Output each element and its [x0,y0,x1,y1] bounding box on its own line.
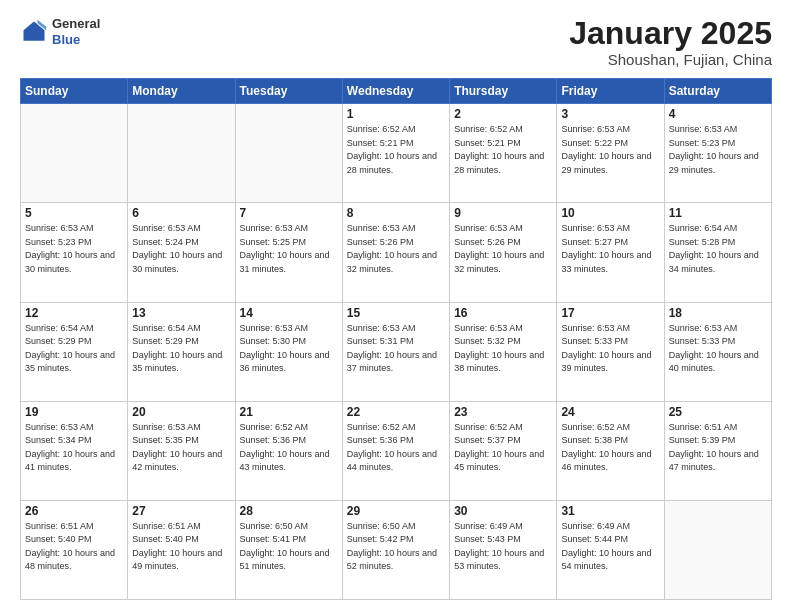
daylight-text: Daylight: 10 hours and 32 minutes. [454,250,544,274]
sunset-text: Sunset: 5:40 PM [25,534,92,544]
day-info: Sunrise: 6:53 AMSunset: 5:33 PMDaylight:… [669,322,767,376]
day-number: 14 [240,306,338,320]
table-row: 5Sunrise: 6:53 AMSunset: 5:23 PMDaylight… [21,203,128,302]
daylight-text: Daylight: 10 hours and 42 minutes. [132,449,222,473]
sunrise-text: Sunrise: 6:52 AM [347,124,416,134]
day-info: Sunrise: 6:51 AMSunset: 5:40 PMDaylight:… [132,520,230,574]
table-row: 17Sunrise: 6:53 AMSunset: 5:33 PMDayligh… [557,302,664,401]
day-info: Sunrise: 6:53 AMSunset: 5:23 PMDaylight:… [25,222,123,276]
day-number: 1 [347,107,445,121]
daylight-text: Daylight: 10 hours and 28 minutes. [454,151,544,175]
day-info: Sunrise: 6:53 AMSunset: 5:35 PMDaylight:… [132,421,230,475]
day-number: 31 [561,504,659,518]
day-number: 27 [132,504,230,518]
daylight-text: Daylight: 10 hours and 45 minutes. [454,449,544,473]
day-number: 11 [669,206,767,220]
sunrise-text: Sunrise: 6:49 AM [454,521,523,531]
calendar-week-row: 5Sunrise: 6:53 AMSunset: 5:23 PMDaylight… [21,203,772,302]
sunset-text: Sunset: 5:21 PM [347,138,414,148]
day-info: Sunrise: 6:53 AMSunset: 5:33 PMDaylight:… [561,322,659,376]
sunset-text: Sunset: 5:27 PM [561,237,628,247]
sunrise-text: Sunrise: 6:53 AM [561,223,630,233]
daylight-text: Daylight: 10 hours and 35 minutes. [132,350,222,374]
day-info: Sunrise: 6:49 AMSunset: 5:43 PMDaylight:… [454,520,552,574]
calendar-table: Sunday Monday Tuesday Wednesday Thursday… [20,78,772,600]
sunrise-text: Sunrise: 6:51 AM [669,422,738,432]
col-wednesday: Wednesday [342,79,449,104]
sunset-text: Sunset: 5:41 PM [240,534,307,544]
daylight-text: Daylight: 10 hours and 35 minutes. [25,350,115,374]
table-row: 10Sunrise: 6:53 AMSunset: 5:27 PMDayligh… [557,203,664,302]
daylight-text: Daylight: 10 hours and 44 minutes. [347,449,437,473]
table-row: 30Sunrise: 6:49 AMSunset: 5:43 PMDayligh… [450,500,557,599]
sunset-text: Sunset: 5:22 PM [561,138,628,148]
day-number: 23 [454,405,552,419]
daylight-text: Daylight: 10 hours and 33 minutes. [561,250,651,274]
day-info: Sunrise: 6:53 AMSunset: 5:30 PMDaylight:… [240,322,338,376]
sunrise-text: Sunrise: 6:53 AM [240,223,309,233]
col-monday: Monday [128,79,235,104]
sunrise-text: Sunrise: 6:54 AM [132,323,201,333]
table-row [664,500,771,599]
sunset-text: Sunset: 5:42 PM [347,534,414,544]
table-row [128,104,235,203]
daylight-text: Daylight: 10 hours and 34 minutes. [669,250,759,274]
table-row: 28Sunrise: 6:50 AMSunset: 5:41 PMDayligh… [235,500,342,599]
sunrise-text: Sunrise: 6:50 AM [347,521,416,531]
sunset-text: Sunset: 5:43 PM [454,534,521,544]
day-info: Sunrise: 6:53 AMSunset: 5:26 PMDaylight:… [347,222,445,276]
calendar-week-row: 19Sunrise: 6:53 AMSunset: 5:34 PMDayligh… [21,401,772,500]
table-row: 27Sunrise: 6:51 AMSunset: 5:40 PMDayligh… [128,500,235,599]
day-number: 3 [561,107,659,121]
sunset-text: Sunset: 5:40 PM [132,534,199,544]
sunset-text: Sunset: 5:21 PM [454,138,521,148]
day-info: Sunrise: 6:53 AMSunset: 5:23 PMDaylight:… [669,123,767,177]
sunset-text: Sunset: 5:36 PM [240,435,307,445]
sunrise-text: Sunrise: 6:54 AM [25,323,94,333]
table-row: 23Sunrise: 6:52 AMSunset: 5:37 PMDayligh… [450,401,557,500]
daylight-text: Daylight: 10 hours and 39 minutes. [561,350,651,374]
table-row: 2Sunrise: 6:52 AMSunset: 5:21 PMDaylight… [450,104,557,203]
sunset-text: Sunset: 5:23 PM [669,138,736,148]
sunrise-text: Sunrise: 6:52 AM [347,422,416,432]
day-number: 19 [25,405,123,419]
table-row [21,104,128,203]
sunset-text: Sunset: 5:29 PM [132,336,199,346]
daylight-text: Daylight: 10 hours and 38 minutes. [454,350,544,374]
table-row: 1Sunrise: 6:52 AMSunset: 5:21 PMDaylight… [342,104,449,203]
sunrise-text: Sunrise: 6:53 AM [240,323,309,333]
day-number: 21 [240,405,338,419]
sunrise-text: Sunrise: 6:52 AM [561,422,630,432]
sunrise-text: Sunrise: 6:53 AM [132,422,201,432]
day-number: 20 [132,405,230,419]
daylight-text: Daylight: 10 hours and 29 minutes. [669,151,759,175]
col-saturday: Saturday [664,79,771,104]
calendar-week-row: 1Sunrise: 6:52 AMSunset: 5:21 PMDaylight… [21,104,772,203]
sunset-text: Sunset: 5:34 PM [25,435,92,445]
sunrise-text: Sunrise: 6:53 AM [669,124,738,134]
day-info: Sunrise: 6:49 AMSunset: 5:44 PMDaylight:… [561,520,659,574]
sunset-text: Sunset: 5:28 PM [669,237,736,247]
table-row: 15Sunrise: 6:53 AMSunset: 5:31 PMDayligh… [342,302,449,401]
table-row: 31Sunrise: 6:49 AMSunset: 5:44 PMDayligh… [557,500,664,599]
day-number: 25 [669,405,767,419]
table-row: 21Sunrise: 6:52 AMSunset: 5:36 PMDayligh… [235,401,342,500]
daylight-text: Daylight: 10 hours and 30 minutes. [25,250,115,274]
sunrise-text: Sunrise: 6:53 AM [25,223,94,233]
calendar-header-row: Sunday Monday Tuesday Wednesday Thursday… [21,79,772,104]
day-info: Sunrise: 6:52 AMSunset: 5:38 PMDaylight:… [561,421,659,475]
sunset-text: Sunset: 5:24 PM [132,237,199,247]
day-info: Sunrise: 6:52 AMSunset: 5:36 PMDaylight:… [347,421,445,475]
table-row: 16Sunrise: 6:53 AMSunset: 5:32 PMDayligh… [450,302,557,401]
calendar-week-row: 12Sunrise: 6:54 AMSunset: 5:29 PMDayligh… [21,302,772,401]
sunrise-text: Sunrise: 6:52 AM [454,124,523,134]
table-row: 25Sunrise: 6:51 AMSunset: 5:39 PMDayligh… [664,401,771,500]
day-number: 12 [25,306,123,320]
day-number: 4 [669,107,767,121]
sunrise-text: Sunrise: 6:53 AM [454,223,523,233]
col-tuesday: Tuesday [235,79,342,104]
day-number: 8 [347,206,445,220]
table-row: 7Sunrise: 6:53 AMSunset: 5:25 PMDaylight… [235,203,342,302]
daylight-text: Daylight: 10 hours and 29 minutes. [561,151,651,175]
daylight-text: Daylight: 10 hours and 31 minutes. [240,250,330,274]
